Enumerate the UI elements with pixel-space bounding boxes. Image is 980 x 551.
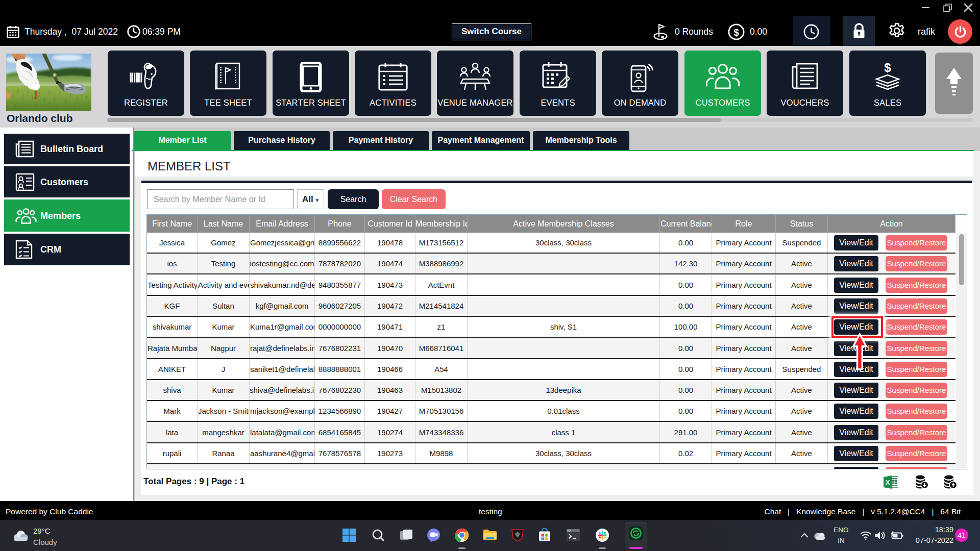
svg-text:$: $ [884, 62, 891, 74]
svg-text:$: $ [733, 27, 739, 38]
svg-text:X: X [886, 479, 890, 486]
